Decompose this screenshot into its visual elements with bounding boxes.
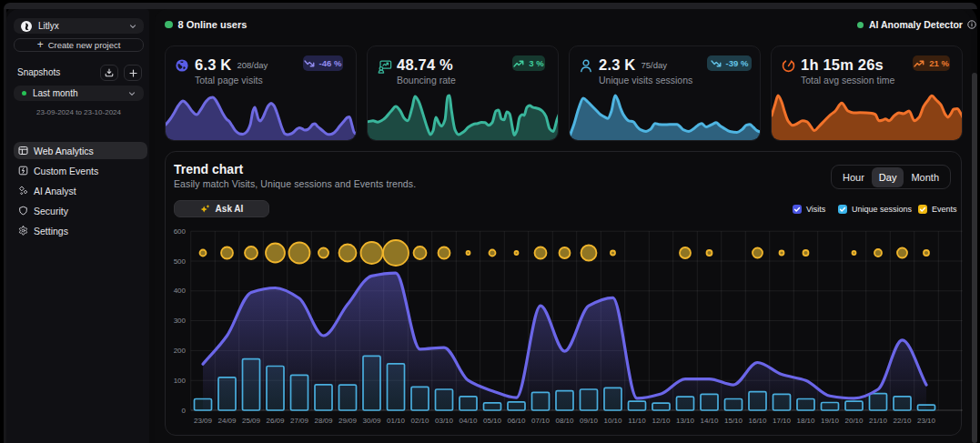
svg-text:200: 200 — [174, 347, 187, 355]
svg-text:27/09: 27/09 — [290, 417, 309, 425]
svg-text:23/10: 23/10 — [917, 417, 936, 425]
svg-text:21/10: 21/10 — [869, 417, 888, 425]
svg-text:15/10: 15/10 — [724, 417, 743, 425]
svg-text:08/10: 08/10 — [555, 417, 574, 425]
svg-text:18/10: 18/10 — [796, 417, 815, 425]
svg-text:14/10: 14/10 — [700, 417, 719, 425]
svg-text:25/09: 25/09 — [242, 417, 261, 425]
svg-text:29/09: 29/09 — [338, 417, 358, 425]
svg-text:17/10: 17/10 — [773, 417, 792, 425]
svg-text:600: 600 — [174, 227, 187, 236]
svg-text:04/10: 04/10 — [459, 417, 478, 425]
svg-text:02/10: 02/10 — [410, 417, 429, 425]
svg-text:10/10: 10/10 — [603, 417, 622, 425]
svg-text:500: 500 — [174, 257, 187, 266]
svg-text:28/09: 28/09 — [314, 417, 333, 425]
svg-text:30/09: 30/09 — [362, 417, 381, 425]
svg-text:09/10: 09/10 — [580, 417, 599, 425]
svg-text:23/09: 23/09 — [194, 417, 213, 425]
svg-text:300: 300 — [174, 317, 187, 325]
svg-text:0: 0 — [182, 407, 187, 415]
svg-text:400: 400 — [174, 287, 187, 295]
svg-text:20/10: 20/10 — [844, 417, 864, 425]
svg-text:24/09: 24/09 — [217, 417, 237, 425]
svg-text:100: 100 — [174, 377, 187, 385]
svg-text:19/10: 19/10 — [821, 417, 840, 425]
svg-text:06/10: 06/10 — [507, 417, 526, 425]
svg-text:26/09: 26/09 — [266, 417, 285, 425]
svg-text:22/10: 22/10 — [893, 417, 912, 425]
svg-text:03/10: 03/10 — [435, 417, 454, 425]
svg-text:05/10: 05/10 — [483, 417, 502, 425]
svg-text:13/10: 13/10 — [676, 417, 695, 425]
svg-text:12/10: 12/10 — [652, 417, 671, 425]
svg-text:07/10: 07/10 — [531, 417, 551, 425]
svg-text:16/10: 16/10 — [748, 417, 767, 425]
svg-text:01/10: 01/10 — [387, 417, 406, 425]
svg-text:11/10: 11/10 — [628, 417, 646, 425]
